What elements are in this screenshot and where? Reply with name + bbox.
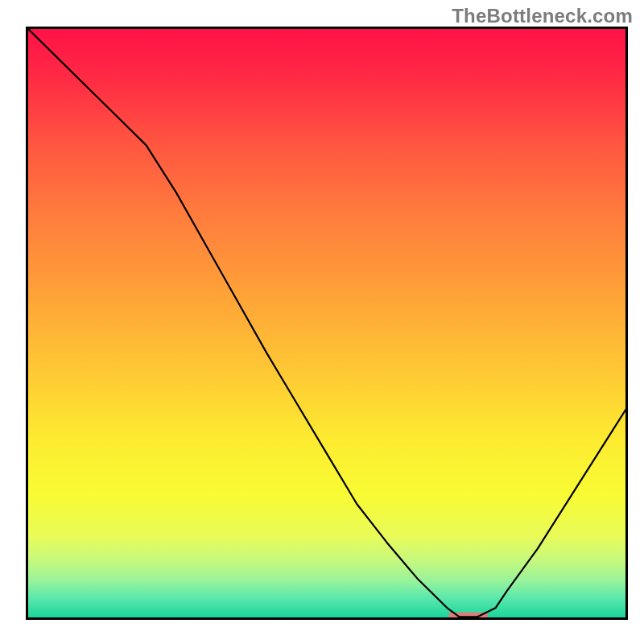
chart-container: TheBottleneck.com (0, 0, 644, 644)
plot-area (0, 0, 644, 644)
watermark-text: TheBottleneck.com (452, 5, 633, 27)
